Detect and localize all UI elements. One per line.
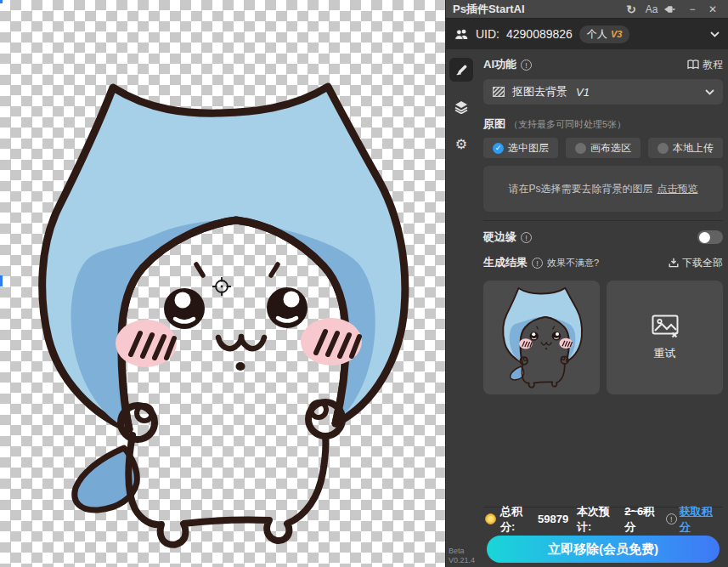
result-thumbnail[interactable] bbox=[483, 281, 600, 394]
selection-notice: 请在Ps选择需要去除背景的图层 点击预览 bbox=[483, 166, 723, 212]
beta-label: Beta bbox=[449, 547, 475, 556]
preview-link[interactable]: 点击预览 bbox=[657, 182, 698, 196]
selected-function: 抠图去背景 bbox=[512, 84, 567, 99]
toggle-knob bbox=[699, 232, 710, 243]
uid-value: 4290089826 bbox=[506, 27, 573, 41]
function-dropdown[interactable]: 抠图去背景 V1 bbox=[483, 79, 723, 105]
option-label: 画布选区 bbox=[590, 141, 631, 156]
results-grid: 重试 bbox=[483, 281, 723, 394]
remove-background-button[interactable]: 立即移除(会员免费) bbox=[487, 536, 720, 563]
version-info: Beta V0.21.4 bbox=[449, 547, 475, 566]
retry-button[interactable]: 重试 bbox=[607, 281, 723, 394]
info-icon[interactable]: ! bbox=[532, 258, 543, 269]
source-options: ✓ 选中图层 画布选区 本地上传 bbox=[483, 138, 723, 158]
info-icon[interactable]: ! bbox=[521, 232, 532, 243]
minimize-button[interactable]: − bbox=[684, 3, 701, 15]
radio-icon bbox=[575, 143, 586, 154]
estimate-value: 2~6积分 bbox=[624, 504, 663, 535]
matting-icon bbox=[492, 85, 505, 99]
source-option-canvas-selection[interactable]: 画布选区 bbox=[566, 138, 641, 158]
character-artwork bbox=[0, 0, 445, 567]
results-label: 生成结果 bbox=[483, 255, 528, 270]
tool-edit[interactable] bbox=[449, 58, 473, 82]
result-character-preview bbox=[499, 285, 585, 391]
radio-icon bbox=[657, 143, 669, 154]
get-credits-link[interactable]: 获取积分 bbox=[680, 504, 721, 535]
layers-icon bbox=[454, 100, 468, 114]
ai-functions-header: AI功能 ! 教程 bbox=[483, 57, 723, 72]
results-hint: 效果不满意? bbox=[547, 257, 599, 269]
option-label: 选中图层 bbox=[508, 141, 549, 156]
hard-edge-row: 硬边缘 ! bbox=[483, 220, 723, 245]
function-version: V1 bbox=[576, 86, 590, 99]
canvas-edge-marker bbox=[0, 275, 3, 286]
panel-title: Ps插件StartAI bbox=[453, 2, 619, 17]
option-label: 本地上传 bbox=[673, 141, 714, 156]
total-credits-label: 总积分: bbox=[500, 504, 535, 535]
crosshair-cursor bbox=[212, 277, 231, 296]
plan-badge: 个人 V3 bbox=[579, 26, 629, 43]
font-size-button[interactable]: Aa bbox=[643, 3, 660, 15]
pin-icon[interactable] bbox=[663, 4, 680, 14]
source-hint: （支持最多可同时处理5张） bbox=[509, 118, 626, 131]
book-icon bbox=[687, 60, 699, 70]
download-all-button[interactable]: 下载全部 bbox=[669, 256, 723, 270]
pushpin-icon bbox=[663, 4, 675, 14]
user-icon bbox=[454, 29, 469, 40]
retry-label: 重试 bbox=[654, 346, 676, 361]
panel-titlebar: Ps插件StartAI ↻ Aa − ✕ bbox=[446, 0, 728, 19]
source-option-local-upload[interactable]: 本地上传 bbox=[648, 138, 723, 158]
chevron-down-icon bbox=[705, 89, 714, 95]
credits-bar: 总积分: 59879 本次预计: 2~6积分 ! 获取积分 bbox=[483, 507, 723, 530]
download-all-label: 下载全部 bbox=[682, 256, 723, 270]
hard-edge-toggle[interactable] bbox=[697, 230, 723, 244]
hard-edge-label: 硬边缘 bbox=[483, 230, 516, 245]
panel-content: AI功能 ! 教程 抠图去背景 V1 bbox=[477, 49, 728, 567]
account-row[interactable]: UID: 4290089826 个人 V3 bbox=[446, 19, 728, 49]
version-label: V0.21.4 bbox=[449, 556, 475, 565]
startai-plugin-panel: Ps插件StartAI ↻ Aa − ✕ UID: 4290089826 个人 … bbox=[445, 0, 728, 567]
estimate-label: 本次预计: bbox=[577, 504, 622, 535]
info-icon[interactable]: ! bbox=[666, 513, 677, 524]
source-header: 原图 （支持最多可同时处理5张） bbox=[483, 116, 723, 132]
tutorial-label: 教程 bbox=[703, 58, 723, 72]
plan-name: 个人 bbox=[587, 27, 607, 42]
total-credits-value: 59879 bbox=[538, 513, 568, 525]
results-header: 生成结果 ! 效果不满意? 下载全部 bbox=[483, 255, 723, 270]
info-icon[interactable]: ! bbox=[521, 60, 532, 71]
tutorial-button[interactable]: 教程 bbox=[687, 58, 723, 72]
close-button[interactable]: ✕ bbox=[704, 3, 721, 15]
radio-checked-icon: ✓ bbox=[493, 143, 504, 154]
canvas-edge-marker-top bbox=[0, 0, 3, 3]
tool-rail: ⚙ Beta V0.21.4 bbox=[446, 49, 477, 567]
gear-icon: ⚙ bbox=[455, 138, 467, 151]
source-label: 原图 bbox=[483, 116, 505, 132]
tool-settings[interactable]: ⚙ bbox=[449, 133, 473, 156]
broken-image-icon bbox=[652, 315, 679, 337]
tool-layers[interactable] bbox=[449, 95, 473, 119]
pencil-icon bbox=[455, 64, 468, 77]
plan-version: V3 bbox=[611, 29, 622, 39]
ps-canvas[interactable] bbox=[0, 0, 445, 567]
notice-text: 请在Ps选择需要去除背景的图层 bbox=[508, 182, 652, 196]
coin-icon bbox=[485, 513, 496, 524]
refresh-icon[interactable]: ↻ bbox=[623, 3, 640, 16]
download-icon bbox=[669, 258, 679, 268]
chevron-down-icon[interactable] bbox=[710, 31, 720, 37]
uid-label: UID: bbox=[476, 27, 499, 41]
source-option-selected-layer[interactable]: ✓ 选中图层 bbox=[483, 138, 558, 158]
ai-functions-label: AI功能 bbox=[483, 57, 516, 72]
